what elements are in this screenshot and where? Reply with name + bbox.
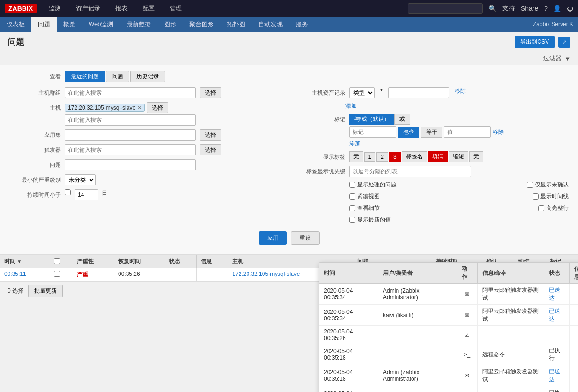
duration-row: 持续时间小于 日 (9, 189, 285, 200)
popup-cell-action-icon: ✉ (457, 284, 477, 301)
power-icon[interactable]: ⏻ (567, 5, 573, 12)
reset-button[interactable]: 重设 (291, 231, 320, 245)
none2-button[interactable]: 无 (469, 151, 483, 162)
fill-button[interactable]: 填满 (428, 151, 448, 162)
app-set-select-button[interactable]: 选择 (200, 129, 221, 141)
tag-mode-or-button[interactable]: 或 (394, 114, 410, 125)
tab-recent-problems[interactable]: 最近的问题 (65, 71, 105, 82)
tag-name-input[interactable] (349, 126, 396, 138)
fullscreen-button[interactable]: ⤢ (558, 37, 570, 48)
tag-value-input[interactable] (444, 126, 491, 138)
nav-item-config[interactable]: 配置 (140, 2, 158, 15)
host-group-label: 主机群组 (9, 87, 61, 97)
show-details-text: 查看细节 (357, 204, 380, 212)
subnav-overview[interactable]: 概览 (57, 17, 82, 32)
compact-view-label: 紧凑视图 (349, 192, 380, 200)
nav-item-assets[interactable]: 资产记录 (73, 2, 103, 15)
show-latest-checkbox[interactable] (349, 217, 355, 223)
trigger-label: 触发器 (9, 144, 61, 154)
label-none-button[interactable]: 无 (349, 151, 363, 162)
nav-item-reports[interactable]: 报表 (113, 2, 130, 15)
tab-problems[interactable]: 问题 (106, 71, 129, 82)
problem-row: 问题 (9, 159, 285, 170)
subnav-services[interactable]: 服务 (289, 17, 315, 32)
app-set-input[interactable] (65, 129, 196, 141)
host-inventory-row: 主机资产记录 类型 ▼ 移除 (294, 87, 569, 98)
tag-contains-button[interactable]: 包含 (398, 127, 419, 138)
host-link[interactable]: 172.20.32.105-mysql-slave (232, 271, 300, 277)
tag-mode-and-button[interactable]: 与/成（默认） (349, 114, 394, 125)
show-unconfirmed-checkbox[interactable] (527, 182, 533, 188)
subnav-dashboard[interactable]: 仪表板 (0, 17, 31, 32)
label-1-button[interactable]: 1 (364, 152, 376, 162)
tab-history[interactable]: 历史记录 (130, 71, 165, 82)
subnav-graphs[interactable]: 图形 (158, 17, 183, 32)
filter-label: 过滤器 (543, 54, 562, 63)
show-handled-checkbox[interactable] (349, 182, 355, 188)
host-inventory-remove-link[interactable]: 移除 (455, 87, 466, 95)
col-checkbox-header[interactable] (50, 255, 73, 268)
host-group-input[interactable] (65, 87, 196, 98)
filter-icon[interactable]: ▼ (564, 55, 570, 62)
apply-button[interactable]: 应用 (259, 231, 287, 245)
show-latest-label: 显示最新的值 (349, 216, 391, 224)
min-severity-row: 最小的严重级别 未分类 (9, 174, 285, 185)
filter-action-buttons: 应用 重设 (9, 228, 569, 249)
select-all-checkbox[interactable] (54, 258, 60, 264)
tags-add-link[interactable]: 添加 (349, 140, 360, 147)
subnav-latest-data[interactable]: 最新数据 (120, 17, 158, 32)
cell-recovery-time: 00:35:26 (114, 268, 165, 281)
nav-item-admin[interactable]: 管理 (167, 2, 185, 15)
host-inventory-add-link[interactable]: 添加 (345, 102, 357, 110)
tag-name-button[interactable]: 标签名 (402, 151, 427, 162)
popup-cell-status: 已送达 (544, 284, 570, 301)
min-severity-select[interactable]: 未分类 (65, 174, 96, 185)
subnav-composite-graphs[interactable]: 聚合图形 (183, 17, 220, 32)
top-nav-right: 🔍 支持 Share ? 👤 ⏻ (408, 3, 573, 14)
support-icon[interactable]: 支持 (502, 4, 515, 13)
tag-priority-input[interactable] (349, 166, 471, 177)
host-inventory-value-input[interactable] (388, 87, 449, 98)
compact-view-checkbox[interactable] (349, 193, 355, 200)
col-time[interactable]: 时间 ▼ (0, 255, 50, 268)
popup-cell-user: Admin (Zabbix Administrator) (378, 284, 457, 301)
highlight-row-checkbox[interactable] (538, 205, 544, 211)
batch-update-button[interactable]: 批量更新 (28, 285, 63, 297)
popup-col-status: 状态 (544, 263, 570, 284)
export-csv-button[interactable]: 导出到CSV (515, 36, 555, 48)
host-search-input[interactable] (65, 114, 196, 126)
subnav-topology[interactable]: 拓扑图 (220, 17, 252, 32)
shorten-button[interactable]: 缩短 (449, 151, 468, 162)
min-severity-label: 最小的严重级别 (9, 174, 61, 184)
nav-item-monitor[interactable]: 监测 (46, 2, 64, 15)
share-icon[interactable]: Share (521, 5, 538, 12)
trigger-input[interactable] (65, 144, 196, 155)
search-icon[interactable]: 🔍 (488, 5, 496, 12)
label-2-button[interactable]: 2 (376, 152, 388, 162)
help-icon[interactable]: ? (544, 5, 548, 12)
tag-equals-button[interactable]: 等于 (421, 127, 442, 138)
col-status: 状态 (165, 255, 196, 268)
row-checkbox[interactable] (54, 271, 60, 277)
host-inventory-type-select[interactable]: 类型 (349, 87, 375, 98)
label-display-group: 无 1 2 3 标签名 填满 缩短 无 (349, 151, 483, 162)
trigger-select-button[interactable]: 选择 (200, 144, 221, 155)
subnav-auto-discovery[interactable]: 自动发现 (252, 17, 289, 32)
problem-input[interactable] (65, 159, 196, 170)
host-tag-remove[interactable]: ✕ (137, 105, 142, 111)
user-icon[interactable]: 👤 (553, 5, 561, 12)
global-search-input[interactable] (408, 3, 483, 14)
checkboxes-row2: 紧凑视图 显示时间线 (294, 192, 569, 200)
tag-remove-link[interactable]: 移除 (493, 128, 504, 136)
show-details-checkbox[interactable] (349, 205, 355, 211)
subnav-problems[interactable]: 问题 (31, 17, 57, 32)
label-3-button[interactable]: 3 (389, 152, 401, 162)
show-timeline-checkbox[interactable] (533, 193, 539, 200)
duration-checkbox[interactable] (65, 189, 71, 195)
subnav-web-monitor[interactable]: Web监测 (82, 17, 120, 32)
duration-input[interactable] (75, 189, 98, 200)
host-group-select-button[interactable]: 选择 (200, 87, 221, 98)
cell-checkbox (50, 268, 73, 281)
host-select-button[interactable]: 选择 (147, 102, 168, 113)
time-link[interactable]: 00:35:11 (4, 271, 26, 277)
